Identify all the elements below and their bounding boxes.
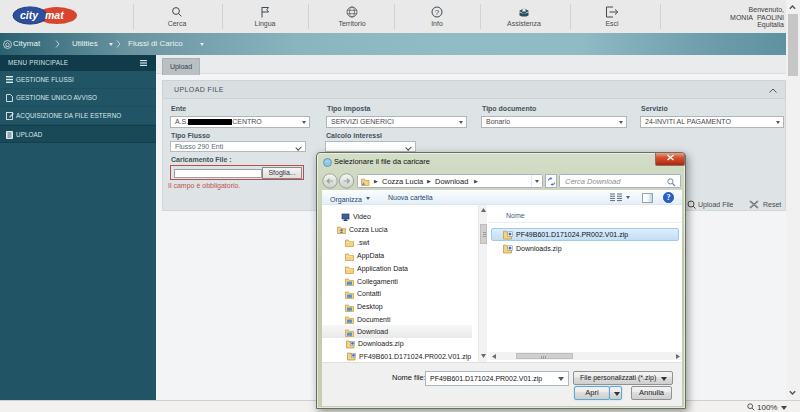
svg-text:city: city: [20, 9, 39, 21]
svg-text:mat: mat: [45, 9, 64, 21]
svg-text:?: ?: [435, 8, 440, 17]
svg-text:?: ?: [667, 193, 671, 202]
